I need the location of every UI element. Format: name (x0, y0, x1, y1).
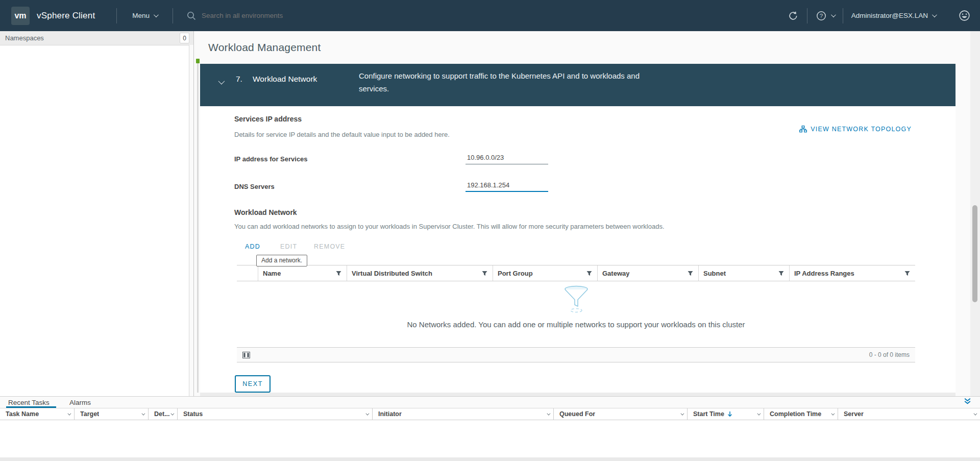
task-col-target: Target (75, 408, 149, 420)
filter-icon[interactable] (336, 271, 341, 276)
items-count: 0 - 0 of 0 items (869, 351, 910, 358)
completed-step-indicator (196, 59, 200, 63)
networks-table: Name Virtual Distributed Switch Port Gro… (237, 265, 915, 362)
header-cell-port-group: Port Group (493, 265, 597, 281)
view-network-topology-link[interactable]: VIEW NETWORK TOPOLOGY (799, 126, 912, 133)
header-cell-vds: Virtual Distributed Switch (347, 265, 493, 281)
column-menu-icon[interactable] (67, 411, 71, 415)
edit-network-button[interactable]: EDIT (280, 243, 297, 250)
sidebar-header: Namespaces 0 (0, 31, 193, 45)
vmware-logo[interactable]: vm (11, 7, 30, 25)
step-title: Workload Network (253, 75, 317, 84)
empty-message: No Networks added. You can add one or mu… (407, 320, 745, 329)
filter-icon[interactable] (688, 271, 693, 276)
tasks-panel: Recent Tasks Alarms Task Name Target Det… (0, 396, 980, 461)
chevron-down-icon (831, 12, 836, 17)
empty-funnel-icon (562, 285, 591, 313)
filter-icon[interactable] (482, 271, 487, 276)
filter-icon[interactable] (778, 271, 784, 276)
column-menu-icon[interactable] (831, 411, 835, 415)
filter-icon[interactable] (904, 271, 910, 276)
add-network-tooltip: Add a network. (256, 255, 307, 266)
menu-button[interactable]: Menu (132, 12, 157, 19)
header-cell-gateway: Gateway (597, 265, 698, 281)
collapse-panel-icon[interactable] (963, 398, 972, 405)
ip-for-services-input[interactable] (465, 151, 548, 164)
column-settings-icon[interactable] (242, 352, 250, 358)
topology-icon (799, 126, 807, 133)
dns-servers-input[interactable] (465, 179, 548, 192)
divider (116, 8, 117, 23)
help-menu[interactable]: ? (816, 10, 835, 21)
svg-text:?: ? (820, 13, 823, 19)
column-menu-icon[interactable] (680, 411, 684, 415)
header-cell-ip-ranges: IP Address Ranges (789, 265, 915, 281)
task-col-completion-time: Completion Time (764, 408, 838, 420)
refresh-icon[interactable] (788, 10, 799, 21)
header-cell-empty (237, 265, 258, 281)
column-menu-icon[interactable] (973, 411, 977, 415)
sort-desc-icon[interactable] (727, 411, 732, 417)
search-icon (186, 11, 197, 21)
collapse-chevron-icon[interactable] (218, 77, 223, 86)
column-menu-icon[interactable] (141, 411, 145, 415)
app-title: vSphere Client (37, 11, 95, 21)
networks-table-header: Name Virtual Distributed Switch Port Gro… (237, 265, 915, 281)
namespaces-sidebar: Namespaces 0 (0, 31, 194, 396)
tab-recent-tasks[interactable]: Recent Tasks (8, 399, 50, 406)
next-button[interactable]: NEXT (235, 375, 271, 393)
main-scrollbar[interactable] (970, 31, 980, 396)
wizard-step-body: Services IP address Details for service … (200, 106, 955, 396)
task-col-details: Det... (149, 408, 178, 420)
filter-icon[interactable] (586, 271, 592, 276)
task-col-status: Status (178, 408, 373, 420)
column-menu-icon[interactable] (757, 411, 761, 415)
task-col-queued-for: Queued For (554, 408, 688, 420)
wizard-step-header[interactable]: 7. Workload Network Configure networking… (200, 64, 955, 106)
chevron-down-icon (154, 12, 159, 17)
services-ip-description: Details for service IP details and the d… (234, 131, 450, 138)
column-menu-icon[interactable] (547, 411, 550, 415)
user-menu[interactable]: Administrator@ESX.LAN (851, 12, 936, 19)
divider (843, 8, 843, 23)
tasks-table-body (0, 420, 980, 457)
workload-network-description: You can add workload networks to assign … (234, 223, 665, 230)
search-input[interactable] (202, 12, 355, 19)
wizard-step-rail (197, 59, 199, 393)
user-label: Administrator@ESX.LAN (851, 12, 928, 19)
tab-alarms[interactable]: Alarms (69, 399, 91, 406)
add-network-button[interactable]: ADD (245, 243, 260, 250)
main-scrollbar-thumb[interactable] (972, 205, 977, 302)
dns-servers-label: DNS Servers (234, 183, 275, 190)
feedback-smiley-icon[interactable] (958, 9, 971, 22)
task-col-task-name: Task Name (0, 408, 75, 420)
networks-table-empty-state: No Networks added. You can add one or mu… (237, 281, 915, 347)
page-title: Workload Management (208, 41, 321, 54)
bottom-scrollbar-track[interactable] (0, 457, 980, 461)
namespaces-count-badge: 0 (180, 33, 189, 43)
column-menu-icon[interactable] (170, 411, 174, 415)
services-ip-heading: Services IP address (234, 115, 302, 123)
main-content: Workload Management 7. Workload Network … (194, 31, 980, 396)
namespaces-tree-panel (0, 45, 189, 396)
sidebar-header-label: Namespaces (5, 34, 44, 42)
task-col-server: Server (838, 408, 980, 420)
remove-network-button[interactable]: REMOVE (314, 243, 345, 250)
step-description: Configure networking to support traffic … (359, 70, 640, 95)
tasks-tabs: Recent Tasks Alarms (0, 397, 980, 408)
divider (173, 8, 173, 23)
column-menu-icon[interactable] (365, 411, 369, 415)
divider (807, 8, 807, 23)
tasks-table-header: Task Name Target Det... Status Initiator… (0, 408, 980, 420)
chevron-down-icon (932, 12, 937, 17)
networks-table-footer: 0 - 0 of 0 items (237, 347, 915, 362)
next-section-edge (200, 393, 955, 396)
step-number: 7. (236, 75, 242, 84)
top-navigation-bar: vm vSphere Client Menu ? Administrator@E… (0, 0, 980, 31)
workload-network-heading: Workload Network (234, 208, 297, 216)
header-cell-name: Name (258, 265, 347, 281)
ip-for-services-label: IP address for Services (234, 155, 308, 163)
header-cell-subnet: Subnet (698, 265, 789, 281)
help-icon: ? (816, 10, 827, 21)
task-col-start-time: Start Time (688, 408, 764, 420)
